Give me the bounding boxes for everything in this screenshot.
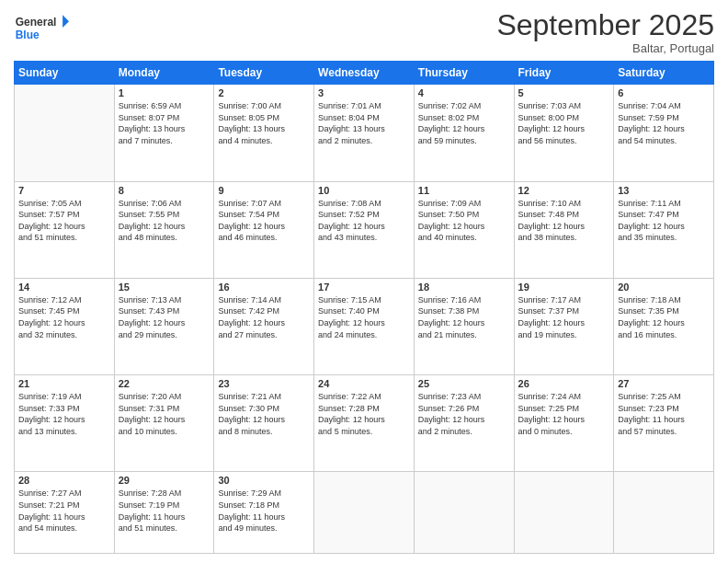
day-number: 4: [418, 87, 510, 98]
calendar-cell: 4Sunrise: 7:02 AMSunset: 8:02 PMDaylight…: [414, 85, 514, 181]
calendar-week-row: 28Sunrise: 7:27 AMSunset: 7:21 PMDayligh…: [15, 472, 714, 554]
calendar-cell: 8Sunrise: 7:06 AMSunset: 7:55 PMDaylight…: [114, 181, 214, 278]
logo: General Blue: [14, 9, 69, 46]
day-number: 15: [119, 282, 210, 293]
day-number: 18: [418, 282, 510, 293]
day-info: Sunrise: 7:18 AMSunset: 7:35 PMDaylight:…: [618, 294, 710, 340]
calendar-cell: 19Sunrise: 7:17 AMSunset: 7:37 PMDayligh…: [514, 278, 614, 374]
day-number: 25: [418, 378, 510, 389]
day-number: 6: [618, 87, 710, 98]
day-info: Sunrise: 7:15 AMSunset: 7:40 PMDaylight:…: [318, 294, 410, 340]
day-number: 1: [119, 87, 210, 98]
calendar-week-row: 1Sunrise: 6:59 AMSunset: 8:07 PMDaylight…: [15, 85, 714, 181]
day-info: Sunrise: 7:12 AMSunset: 7:45 PMDaylight:…: [18, 294, 110, 340]
day-info: Sunrise: 7:07 AMSunset: 7:54 PMDaylight:…: [218, 198, 310, 244]
day-info: Sunrise: 7:11 AMSunset: 7:47 PMDaylight:…: [618, 198, 710, 244]
day-info: Sunrise: 7:03 AMSunset: 8:00 PMDaylight:…: [518, 100, 610, 146]
day-number: 23: [218, 378, 310, 389]
calendar-cell: 10Sunrise: 7:08 AMSunset: 7:52 PMDayligh…: [314, 181, 415, 278]
day-number: 5: [518, 87, 610, 98]
day-info: Sunrise: 7:19 AMSunset: 7:33 PMDaylight:…: [18, 391, 110, 437]
page: General Blue September 2025 Baltar, Port…: [0, 0, 728, 563]
day-info: Sunrise: 6:59 AMSunset: 8:07 PMDaylight:…: [119, 100, 210, 146]
day-info: Sunrise: 7:05 AMSunset: 7:57 PMDaylight:…: [18, 198, 110, 244]
day-info: Sunrise: 7:22 AMSunset: 7:28 PMDaylight:…: [318, 391, 410, 437]
day-number: 2: [218, 87, 310, 98]
calendar-cell: 30Sunrise: 7:29 AMSunset: 7:18 PMDayligh…: [214, 472, 314, 554]
day-number: 13: [618, 185, 710, 196]
day-number: 21: [18, 378, 110, 389]
calendar-cell: 24Sunrise: 7:22 AMSunset: 7:28 PMDayligh…: [314, 375, 415, 472]
day-info: Sunrise: 7:01 AMSunset: 8:04 PMDaylight:…: [318, 100, 410, 146]
calendar-header-row: SundayMondayTuesdayWednesdayThursdayFrid…: [15, 62, 714, 85]
day-info: Sunrise: 7:21 AMSunset: 7:30 PMDaylight:…: [218, 391, 310, 437]
day-info: Sunrise: 7:02 AMSunset: 8:02 PMDaylight:…: [418, 100, 510, 146]
day-info: Sunrise: 7:09 AMSunset: 7:50 PMDaylight:…: [418, 198, 510, 244]
day-number: 12: [518, 185, 610, 196]
calendar-cell: 21Sunrise: 7:19 AMSunset: 7:33 PMDayligh…: [15, 375, 115, 472]
calendar-cell: 22Sunrise: 7:20 AMSunset: 7:31 PMDayligh…: [114, 375, 214, 472]
day-number: 26: [518, 378, 610, 389]
calendar-cell: 16Sunrise: 7:14 AMSunset: 7:42 PMDayligh…: [214, 278, 314, 374]
day-number: 14: [18, 282, 110, 293]
calendar-cell: 13Sunrise: 7:11 AMSunset: 7:47 PMDayligh…: [614, 181, 714, 278]
logo-svg: General Blue: [14, 9, 69, 46]
col-header-sunday: Sunday: [15, 62, 115, 85]
calendar-cell: 11Sunrise: 7:09 AMSunset: 7:50 PMDayligh…: [414, 181, 514, 278]
day-info: Sunrise: 7:00 AMSunset: 8:05 PMDaylight:…: [218, 100, 310, 146]
calendar-week-row: 21Sunrise: 7:19 AMSunset: 7:33 PMDayligh…: [15, 375, 714, 472]
calendar-cell: [314, 472, 415, 554]
day-number: 8: [119, 185, 210, 196]
day-info: Sunrise: 7:06 AMSunset: 7:55 PMDaylight:…: [119, 198, 210, 244]
calendar-cell: 20Sunrise: 7:18 AMSunset: 7:35 PMDayligh…: [614, 278, 714, 374]
calendar-cell: 7Sunrise: 7:05 AMSunset: 7:57 PMDaylight…: [15, 181, 115, 278]
day-info: Sunrise: 7:08 AMSunset: 7:52 PMDaylight:…: [318, 198, 410, 244]
day-info: Sunrise: 7:17 AMSunset: 7:37 PMDaylight:…: [518, 294, 610, 340]
day-number: 27: [618, 378, 710, 389]
calendar-cell: [414, 472, 514, 554]
col-header-monday: Monday: [114, 62, 214, 85]
svg-marker-2: [63, 15, 69, 28]
svg-text:General: General: [16, 16, 57, 29]
calendar-cell: 5Sunrise: 7:03 AMSunset: 8:00 PMDaylight…: [514, 85, 614, 181]
day-number: 17: [318, 282, 410, 293]
calendar-cell: 15Sunrise: 7:13 AMSunset: 7:43 PMDayligh…: [114, 278, 214, 374]
calendar-cell: 28Sunrise: 7:27 AMSunset: 7:21 PMDayligh…: [15, 472, 115, 554]
calendar-cell: 3Sunrise: 7:01 AMSunset: 8:04 PMDaylight…: [314, 85, 415, 181]
day-info: Sunrise: 7:04 AMSunset: 7:59 PMDaylight:…: [618, 100, 710, 146]
calendar-cell: 14Sunrise: 7:12 AMSunset: 7:45 PMDayligh…: [15, 278, 115, 374]
calendar-cell: 6Sunrise: 7:04 AMSunset: 7:59 PMDaylight…: [614, 85, 714, 181]
calendar-cell: 17Sunrise: 7:15 AMSunset: 7:40 PMDayligh…: [314, 278, 415, 374]
day-number: 24: [318, 378, 410, 389]
calendar-cell: [614, 472, 714, 554]
day-info: Sunrise: 7:13 AMSunset: 7:43 PMDaylight:…: [119, 294, 210, 340]
calendar-cell: 9Sunrise: 7:07 AMSunset: 7:54 PMDaylight…: [214, 181, 314, 278]
day-info: Sunrise: 7:23 AMSunset: 7:26 PMDaylight:…: [418, 391, 510, 437]
calendar-cell: 12Sunrise: 7:10 AMSunset: 7:48 PMDayligh…: [514, 181, 614, 278]
calendar-table: SundayMondayTuesdayWednesdayThursdayFrid…: [14, 61, 714, 554]
day-number: 19: [518, 282, 610, 293]
calendar-week-row: 14Sunrise: 7:12 AMSunset: 7:45 PMDayligh…: [15, 278, 714, 374]
day-number: 7: [18, 185, 110, 196]
day-info: Sunrise: 7:27 AMSunset: 7:21 PMDaylight:…: [18, 488, 110, 534]
day-info: Sunrise: 7:14 AMSunset: 7:42 PMDaylight:…: [218, 294, 310, 340]
col-header-friday: Friday: [514, 62, 614, 85]
day-number: 29: [119, 475, 210, 486]
day-number: 3: [318, 87, 410, 98]
calendar-cell: 29Sunrise: 7:28 AMSunset: 7:19 PMDayligh…: [114, 472, 214, 554]
day-number: 30: [218, 475, 310, 486]
day-number: 28: [18, 475, 110, 486]
header: General Blue September 2025 Baltar, Port…: [14, 9, 714, 55]
calendar-cell: 26Sunrise: 7:24 AMSunset: 7:25 PMDayligh…: [514, 375, 614, 472]
calendar-cell: 1Sunrise: 6:59 AMSunset: 8:07 PMDaylight…: [114, 85, 214, 181]
day-info: Sunrise: 7:20 AMSunset: 7:31 PMDaylight:…: [119, 391, 210, 437]
day-info: Sunrise: 7:29 AMSunset: 7:18 PMDaylight:…: [218, 488, 310, 534]
calendar-cell: 23Sunrise: 7:21 AMSunset: 7:30 PMDayligh…: [214, 375, 314, 472]
calendar-cell: [15, 85, 115, 181]
day-info: Sunrise: 7:16 AMSunset: 7:38 PMDaylight:…: [418, 294, 510, 340]
calendar-cell: 18Sunrise: 7:16 AMSunset: 7:38 PMDayligh…: [414, 278, 514, 374]
calendar-cell: 2Sunrise: 7:00 AMSunset: 8:05 PMDaylight…: [214, 85, 314, 181]
day-number: 20: [618, 282, 710, 293]
calendar-week-row: 7Sunrise: 7:05 AMSunset: 7:57 PMDaylight…: [15, 181, 714, 278]
calendar-cell: 27Sunrise: 7:25 AMSunset: 7:23 PMDayligh…: [614, 375, 714, 472]
